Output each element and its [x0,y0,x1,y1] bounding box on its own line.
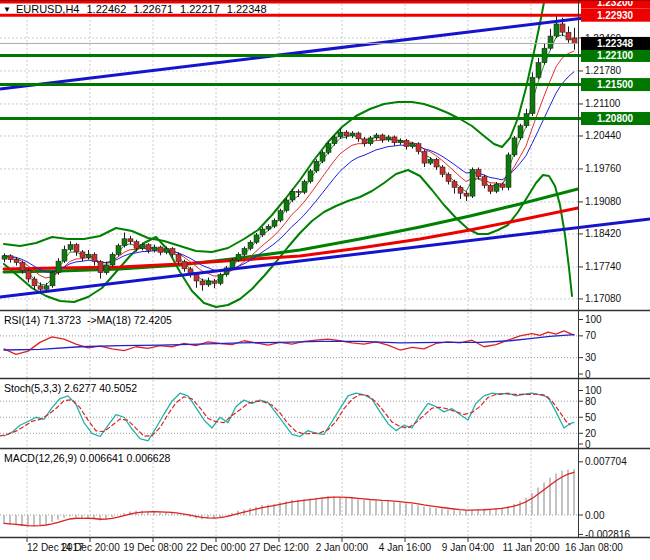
stochastic-indicator-label: Stoch(5,3,3) 2.6277 40.5052 [4,382,137,394]
level-price-chip-text: 1.21500 [597,79,634,90]
rsi-indicator-label: RSI(14) 71.3723 ->MA(18) 72.4205 [4,314,172,326]
price-tick-label: 1.17080 [585,293,622,304]
current-price-chip-text: 1.22348 [597,38,634,49]
level-price-chip-text: 1.23200 [597,0,634,8]
time-tick-label: 11 Jan 20:00 [502,542,560,553]
time-tick-label: 14 Dec 20:00 [60,542,120,553]
macd-axis-label: 0.00 [585,510,605,521]
macd-axis-label: -0.002816 [585,529,630,540]
level-price-chip: 1.22930 [581,9,650,22]
time-tick-label: 19 Dec 08:00 [123,542,183,553]
time-tick-label: 27 Dec 12:00 [249,542,309,553]
symbol-dropdown-icon[interactable]: ▼ [3,5,11,14]
time-tick-label: 22 Dec 00:00 [186,542,246,553]
level-price-chip: 1.23200 [581,0,650,9]
price-tick-label: 1.21780 [585,65,622,76]
level-price-chip: 1.20800 [581,112,650,125]
stoch-axis-label: 80 [585,396,597,407]
rsi-axis-label: 100 [585,314,602,325]
ohlc-high: 1.22671 [133,3,173,15]
macd-indicator-label: MACD(12,26,9) 0.006641 0.006628 [4,452,170,464]
price-tick-label: 1.18420 [585,228,622,239]
macd-axis-label: 0.007704 [585,456,627,467]
time-tick-label: 16 Jan 08:00 [565,542,623,553]
level-price-chip-text: 1.22930 [597,10,634,21]
ohlc-open: 1.22462 [87,3,127,15]
rsi-axis-label: 70 [585,330,597,341]
stoch-axis-label: 50 [585,412,597,423]
stoch-axis-label: 100 [585,385,602,396]
price-tick-label: 1.19760 [585,163,622,174]
level-price-chip-text: 1.20800 [597,113,634,124]
current-price-chip: 1.22348 [581,37,650,50]
level-price-chip: 1.22100 [581,49,650,62]
rsi-axis-label: 30 [585,352,597,363]
time-tick-label: 4 Jan 16:00 [379,542,432,553]
price-tick-label: 1.17740 [585,261,622,272]
stoch-axis-label: 20 [585,428,597,439]
chart-window: 1.224601.217801.211001.204401.197601.190… [0,0,650,560]
time-axis: 12 Dec 201714 Dec 20:0019 Dec 08:0022 De… [27,538,623,553]
price-tick-label: 1.21100 [585,98,621,109]
price-tick-label: 1.19080 [585,196,622,207]
price-tick-label: 1.20440 [585,130,622,141]
price-axis: 1.224601.217801.211001.204401.197601.190… [578,33,622,305]
time-tick-label: 2 Jan 00:00 [316,542,369,553]
chart-header: ▼ EURUSD,H4 1.22462 1.22671 1.22217 1.22… [3,3,267,15]
chart-canvas[interactable]: 1.224601.217801.211001.204401.197601.190… [0,0,650,560]
time-tick-label: 9 Jan 04:00 [442,542,495,553]
symbol-timeframe-label: EURUSD,H4 [16,3,80,15]
level-price-chip: 1.21500 [581,78,650,91]
ohlc-low: 1.22217 [180,3,220,15]
ohlc-close: 1.22348 [227,3,267,15]
level-price-chip-text: 1.22100 [597,50,634,61]
